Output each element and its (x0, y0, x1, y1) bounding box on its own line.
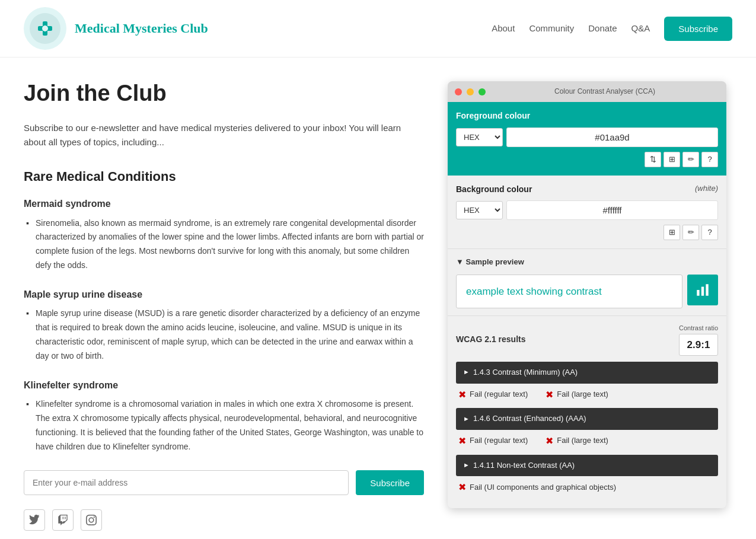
fail-icon-regular-1-4-6: ✖ (458, 433, 466, 449)
cca-bg-input-row: HEX RGB HSL (456, 200, 718, 220)
cca-bg-hex-input[interactable] (506, 200, 718, 220)
cca-title: Colour Contrast Analyser (CCA) (490, 86, 719, 97)
nav-donate[interactable]: Donate (588, 21, 617, 36)
cca-fg-format-select[interactable]: HEX RGB HSL (456, 128, 503, 146)
header-subscribe-button[interactable]: Subscribe (664, 17, 732, 41)
form-subscribe-button[interactable]: Subscribe (356, 470, 424, 495)
cca-fail-large-1-4-6: ✖ Fail (large text) (546, 433, 608, 449)
condition-desc-klinefelter: Klinefelter syndrome is a chromosomal va… (24, 397, 424, 454)
fail-icon-regular-1-4-3: ✖ (458, 387, 466, 403)
cca-fg-hex-input[interactable] (506, 127, 718, 147)
cca-chart-button[interactable] (687, 275, 718, 305)
cca-criterion-label-1-4-3: 1.4.3 Contrast (Minimum) (AA) (473, 366, 578, 379)
cca-preview-row: example text showing contrast (456, 275, 718, 308)
cca-fg-adjust-btn[interactable]: ⊞ (664, 152, 680, 167)
cca-preview-text: example text showing contrast (456, 275, 682, 308)
twitter-icon[interactable] (24, 509, 45, 531)
email-input[interactable] (24, 470, 349, 495)
cca-panel-container: Colour Contrast Analyser (CCA) Foregroun… (448, 75, 732, 531)
cca-background-section: Background colour (white) HEX RGB HSL ⊞ (448, 176, 726, 249)
condition-title-maple: Maple syrup urine disease (24, 287, 424, 302)
cca-bg-white-label: (white) (695, 183, 718, 195)
condition-title-mermaid: Mermaid syndrome (24, 196, 424, 212)
cca-wcag-title: WCAG 2.1 results (456, 333, 525, 346)
left-column: Join the Club Subscribe to our e-newslet… (24, 75, 424, 531)
cca-criterion-label-1-4-6: 1.4.6 Contrast (Enhanced) (AAA) (473, 413, 586, 425)
cca-fail-regular-label-1-4-3: Fail (regular text) (470, 388, 528, 401)
cca-criterion-1-4-3[interactable]: ► 1.4.3 Contrast (Minimum) (AA) (456, 362, 718, 384)
cca-close-dot[interactable] (455, 88, 462, 95)
cca-fg-input-row: HEX RGB HSL (456, 127, 718, 147)
fail-icon-large-1-4-6: ✖ (546, 433, 553, 449)
cca-titlebar: Colour Contrast Analyser (CCA) (448, 81, 726, 102)
cca-criterion-1-4-11[interactable]: ► 1.4.11 Non-text Contrast (AA) (456, 455, 718, 477)
cca-fail-ui-1-4-11: ✖ Fail (UI components and graphical obje… (458, 480, 616, 495)
main-nav: About Community Donate Q&A Subscribe (492, 17, 732, 41)
cca-bg-icon-row: ⊞ ✏ ? (456, 225, 718, 240)
condition-desc-maple: Maple syrup urine disease (MSUD) is a ra… (24, 307, 424, 363)
svg-rect-4 (697, 290, 699, 296)
cca-fail-regular-1-4-3: ✖ Fail (regular text) (458, 387, 528, 403)
logo-area: Medical Mysteries Club (24, 7, 208, 50)
svg-point-3 (42, 25, 48, 31)
intro-text: Subscribe to our e-newsletter and have m… (24, 121, 424, 149)
condition-mermaid: Mermaid syndrome Sirenomelia, also known… (24, 196, 424, 273)
cca-fail-large-1-4-3: ✖ Fail (large text) (546, 387, 608, 403)
cca-body: Foreground colour HEX RGB HSL ⇅ ⊞ ✏ ? (448, 102, 726, 508)
cca-preview-title: Sample preview (456, 256, 718, 269)
cca-bg-eyedropper-btn[interactable]: ✏ (682, 225, 699, 240)
social-icons (24, 509, 424, 531)
cca-fg-swap-btn[interactable]: ⇅ (645, 152, 661, 167)
section-title: Rare Medical Conditions (24, 166, 424, 187)
cca-fg-eyedropper-btn[interactable]: ✏ (682, 152, 699, 167)
cca-minimize-dot[interactable] (467, 88, 474, 95)
cca-bg-format-select[interactable]: HEX RGB HSL (456, 201, 503, 219)
main-layout: Join the Club Subscribe to our e-newslet… (0, 58, 756, 539)
twitch-icon[interactable] (52, 509, 74, 531)
fail-icon-large-1-4-3: ✖ (546, 387, 553, 403)
condition-maple: Maple syrup urine disease Maple syrup ur… (24, 287, 424, 363)
nav-about[interactable]: About (492, 21, 515, 36)
cca-fail-regular-1-4-6: ✖ Fail (regular text) (458, 433, 528, 449)
cca-fail-large-label-1-4-6: Fail (large text) (557, 435, 608, 447)
cca-bg-adjust-btn[interactable]: ⊞ (664, 225, 680, 240)
cca-contrast-box: Contrast ratio 2.9:1 (679, 323, 718, 356)
cca-fail-regular-label-1-4-6: Fail (regular text) (470, 435, 528, 447)
cca-panel: Colour Contrast Analyser (CCA) Foregroun… (448, 81, 726, 508)
cca-criterion-1-4-6[interactable]: ► 1.4.6 Contrast (Enhanced) (AAA) (456, 408, 718, 430)
site-title: Medical Mysteries Club (75, 18, 208, 39)
cca-fg-help-btn[interactable]: ? (701, 152, 718, 167)
svg-rect-5 (701, 286, 704, 295)
fail-icon-ui-1-4-11: ✖ (458, 480, 466, 495)
cca-criterion-label-1-4-11: 1.4.11 Non-text Contrast (AA) (473, 460, 575, 472)
cca-contrast-value: 2.9:1 (679, 334, 718, 356)
cca-fail-large-label-1-4-3: Fail (large text) (557, 388, 608, 401)
cca-fail-row-1-4-3: ✖ Fail (regular text) ✖ Fail (large text… (456, 387, 718, 403)
condition-klinefelter: Klinefelter syndrome Klinefelter syndrom… (24, 378, 424, 454)
cca-fail-row-1-4-11: ✖ Fail (UI components and graphical obje… (456, 480, 718, 495)
cca-bg-help-btn[interactable]: ? (701, 225, 718, 240)
cca-arrow-1-4-6: ► (463, 414, 470, 425)
cca-wcag-section: WCAG 2.1 results Contrast ratio 2.9:1 ► … (448, 316, 726, 508)
cca-fail-row-1-4-6: ✖ Fail (regular text) ✖ Fail (large text… (456, 433, 718, 449)
cca-arrow-1-4-11: ► (463, 460, 470, 471)
cca-bg-header: Background colour (white) (456, 183, 718, 196)
cca-bg-label: Background colour (456, 183, 532, 196)
instagram-icon[interactable] (81, 509, 102, 531)
cca-contrast-label: Contrast ratio (679, 323, 718, 334)
site-logo (24, 7, 66, 50)
cca-wcag-header: WCAG 2.1 results Contrast ratio 2.9:1 (456, 323, 718, 356)
cca-preview-section: Sample preview example text showing cont… (448, 249, 726, 316)
cca-maximize-dot[interactable] (479, 88, 486, 95)
svg-rect-6 (706, 284, 708, 296)
site-header: Medical Mysteries Club About Community D… (0, 0, 756, 58)
cca-arrow-1-4-3: ► (463, 367, 470, 378)
nav-qa[interactable]: Q&A (631, 21, 650, 36)
cca-foreground-section: Foreground colour HEX RGB HSL ⇅ ⊞ ✏ ? (448, 102, 726, 175)
nav-community[interactable]: Community (529, 21, 574, 36)
page-title: Join the Club (24, 75, 424, 111)
condition-desc-mermaid: Sirenomelia, also known as mermaid syndr… (24, 216, 424, 273)
email-form: Subscribe (24, 470, 424, 495)
condition-title-klinefelter: Klinefelter syndrome (24, 378, 424, 393)
cca-fg-icon-row: ⇅ ⊞ ✏ ? (456, 152, 718, 167)
